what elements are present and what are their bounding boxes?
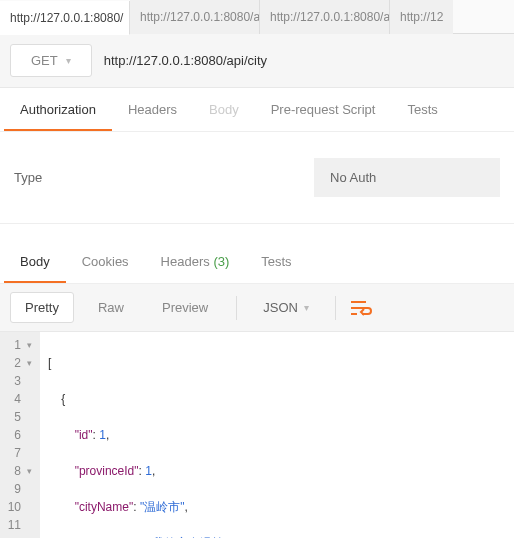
- response-tab-headers[interactable]: Headers (3): [145, 240, 246, 283]
- format-label: JSON: [263, 300, 298, 315]
- tab-body[interactable]: Body: [193, 88, 255, 131]
- code-content[interactable]: [ { "id": 1, "provinceId": 1, "cityName"…: [40, 332, 248, 538]
- divider: [335, 296, 336, 320]
- tab-request-1[interactable]: http://127.0.0.1:8080/api/cit: [130, 0, 260, 34]
- view-raw-button[interactable]: Raw: [84, 293, 138, 322]
- url-input[interactable]: [104, 45, 504, 76]
- format-select[interactable]: JSON ▾: [251, 293, 321, 322]
- http-method-select[interactable]: GET ▾: [10, 44, 92, 77]
- request-bar: GET ▾: [0, 34, 514, 88]
- auth-type-label: Type: [14, 170, 314, 185]
- body-toolbar: Pretty Raw Preview JSON ▾: [0, 284, 514, 332]
- chevron-down-icon: ▾: [304, 302, 309, 313]
- view-pretty-button[interactable]: Pretty: [10, 292, 74, 323]
- response-headers-count: (3): [213, 254, 229, 269]
- tab-headers[interactable]: Headers: [112, 88, 193, 131]
- request-sub-tabs: Authorization Headers Body Pre-request S…: [0, 88, 514, 132]
- auth-section: Type No Auth: [0, 132, 514, 224]
- tab-label: http://127.0.0.1:8080/api/cit: [140, 10, 260, 24]
- request-tabs: http://127.0.0.1:8080/ × http://127.0.0.…: [0, 0, 514, 34]
- tab-request-3[interactable]: http://12: [390, 0, 453, 34]
- view-preview-button[interactable]: Preview: [148, 293, 222, 322]
- tab-authorization[interactable]: Authorization: [4, 88, 112, 131]
- wrap-lines-icon[interactable]: [350, 300, 372, 316]
- response-tabs: Body Cookies Headers (3) Tests: [0, 240, 514, 284]
- response-tab-tests[interactable]: Tests: [245, 240, 307, 283]
- tab-tests[interactable]: Tests: [391, 88, 453, 131]
- tab-label: http://12: [400, 10, 443, 24]
- divider: [236, 296, 237, 320]
- chevron-down-icon: ▾: [66, 55, 71, 66]
- response-tab-cookies[interactable]: Cookies: [66, 240, 145, 283]
- auth-type-select[interactable]: No Auth: [314, 158, 500, 197]
- tab-request-0[interactable]: http://127.0.0.1:8080/ ×: [0, 1, 130, 35]
- method-label: GET: [31, 53, 58, 68]
- tab-pre-request-script[interactable]: Pre-request Script: [255, 88, 392, 131]
- response-body: 1▾ 2▾ 3 4 5 6 7 8▾ 9 10 11 12 13 14 [ { …: [0, 332, 514, 538]
- response-headers-label: Headers: [161, 254, 210, 269]
- tab-label: http://127.0.0.1:8080/api/cit: [270, 10, 390, 24]
- response-tab-body[interactable]: Body: [4, 240, 66, 283]
- tab-request-2[interactable]: http://127.0.0.1:8080/api/cit: [260, 0, 390, 34]
- line-gutter: 1▾ 2▾ 3 4 5 6 7 8▾ 9 10 11 12 13 14: [0, 332, 40, 538]
- close-icon[interactable]: ×: [129, 10, 130, 25]
- tab-label: http://127.0.0.1:8080/: [10, 11, 123, 25]
